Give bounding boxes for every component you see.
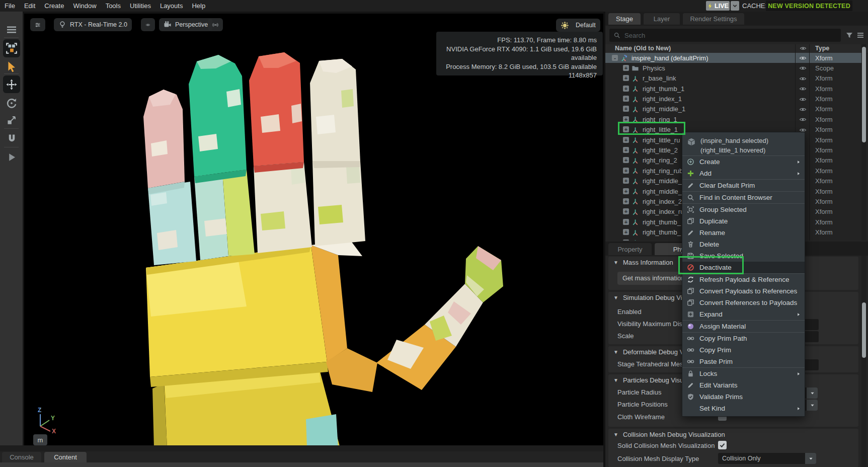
filter-icon[interactable] [845, 31, 853, 39]
expand-expander-icon[interactable]: + [623, 75, 629, 81]
renderer-selector[interactable]: RTX - Real-Time 2.0 [54, 18, 132, 31]
tab-console[interactable]: Console [2, 452, 41, 462]
stage-scrollbar-thumb[interactable] [862, 47, 866, 142]
menu-tools[interactable]: Tools [101, 2, 125, 10]
menu-item-rename[interactable]: Rename [682, 227, 805, 239]
eye-icon[interactable] [799, 64, 807, 72]
menu-item-locks[interactable]: Locks [682, 368, 805, 379]
menu-item-refresh-payload-reference[interactable]: Refresh Payload & Reference [682, 274, 805, 285]
select-prims-tool[interactable] [3, 39, 20, 57]
menu-layouts[interactable]: Layouts [155, 2, 188, 10]
tab-stage[interactable]: Stage [608, 13, 641, 25]
collapse-triangle-icon[interactable]: ▼ [613, 295, 618, 300]
menu-create[interactable]: Create [40, 2, 68, 10]
eye-icon[interactable] [799, 116, 807, 123]
move-tool[interactable] [3, 75, 20, 93]
expand-expander-icon[interactable]: + [623, 168, 629, 174]
menu-item-paste-prim[interactable]: Paste Prim [682, 356, 805, 367]
expand-expander-icon[interactable]: + [623, 219, 629, 225]
tab-layer[interactable]: Layer [644, 13, 680, 25]
stage-search-input[interactable]: Search [609, 29, 841, 42]
eye-icon[interactable] [799, 85, 807, 93]
menu-item-assign-material[interactable]: Assign Material [682, 321, 805, 332]
collision-mesh-display-type-dropdown[interactable]: Collision Only [718, 453, 816, 464]
rotate-tool[interactable] [3, 95, 20, 111]
play-button[interactable] [3, 149, 20, 165]
toolbar-menu-button[interactable] [3, 24, 20, 36]
viewport-settings-button[interactable] [30, 18, 45, 31]
expand-expander-icon[interactable]: + [623, 208, 629, 214]
tree-row-right-index-1[interactable]: + right_index_1 Xform [605, 94, 862, 104]
tab-property[interactable]: Property [608, 243, 652, 255]
tree-row-right-thumb-1[interactable]: + right_thumb_1 Xform [605, 84, 862, 94]
tree-row-physics[interactable]: + Physics Scope [605, 63, 862, 73]
expand-expander-icon[interactable]: + [623, 198, 629, 204]
version-notice-badge[interactable]: NEW VERSION DETECTED [766, 1, 852, 11]
expand-expander-icon[interactable]: + [623, 178, 629, 184]
live-sync-button[interactable]: LIVE [706, 1, 730, 11]
scale-tool[interactable] [3, 112, 20, 128]
options-list-icon[interactable] [856, 31, 864, 39]
menu-item-create[interactable]: Create [682, 156, 805, 168]
visibility-options-button[interactable] [141, 18, 155, 31]
tree-row-r-base-link[interactable]: + r_base_link Xform [605, 73, 862, 84]
solid-collision-mesh-checkbox[interactable] [718, 441, 727, 449]
menu-item-duplicate[interactable]: Duplicate [682, 215, 805, 227]
menu-item-delete[interactable]: Delete [682, 239, 805, 250]
expand-expander-icon[interactable]: + [623, 157, 629, 163]
eye-icon[interactable] [799, 106, 807, 113]
column-name-header[interactable]: Name (Old to New) [615, 45, 671, 52]
menu-item-convert-payloads-to-references[interactable]: Convert Payloads to References [682, 285, 805, 297]
property-scrollbar-track[interactable] [861, 256, 866, 467]
lighting-preset-button[interactable]: Default [556, 19, 600, 32]
menu-item-set-kind[interactable]: Set Kind [682, 403, 805, 414]
expand-expander-icon[interactable]: + [623, 229, 629, 235]
menu-utilities[interactable]: Utilities [125, 2, 155, 10]
menu-item-add[interactable]: Add [682, 168, 805, 179]
expand-expander-icon[interactable]: + [623, 96, 629, 102]
tree-row-inspire-hand[interactable]: - inspire_hand (defaultPrim) Xform [605, 53, 862, 63]
eye-icon[interactable] [799, 96, 807, 103]
units-badge[interactable]: m [33, 434, 47, 445]
expand-expander-icon[interactable]: + [623, 65, 629, 71]
eye-icon[interactable] [799, 54, 807, 62]
property-scrollbar-thumb[interactable] [862, 302, 866, 358]
search-icon [613, 32, 620, 39]
collapse-expander-icon[interactable]: - [612, 55, 618, 61]
3d-viewport[interactable]: RTX - Real-Time 2.0 Perspective Default … [24, 14, 603, 448]
collapse-triangle-icon[interactable]: ▼ [613, 349, 618, 355]
menu-window[interactable]: Window [68, 2, 101, 10]
expand-expander-icon[interactable]: + [623, 137, 629, 143]
audio-settings-button[interactable] [208, 18, 223, 31]
menu-item-copy-prim[interactable]: Copy Prim [682, 344, 805, 356]
menu-item-clear-default-prim[interactable]: Clear Default Prim [682, 180, 805, 191]
collapse-triangle-icon[interactable]: ▼ [613, 432, 618, 437]
tab-content[interactable]: Content [44, 452, 87, 462]
expand-expander-icon[interactable]: + [623, 147, 629, 153]
menu-item-edit-variants[interactable]: Edit Variants [682, 379, 805, 391]
camera-selector[interactable]: Perspective [159, 18, 212, 31]
menu-edit[interactable]: Edit [20, 2, 40, 10]
select-tool[interactable] [3, 59, 20, 75]
collapse-triangle-icon[interactable]: ▼ [613, 260, 618, 265]
tree-row-right-middle-1[interactable]: + right_middle_1 Xform [605, 104, 862, 114]
visibility-column-icon[interactable] [800, 45, 807, 52]
menu-item-copy-prim-path[interactable]: Copy Prim Path [682, 333, 805, 344]
menu-item-convert-references-to-payloads[interactable]: Convert References to Payloads [682, 297, 805, 308]
snap-tool[interactable] [3, 130, 20, 146]
eye-icon[interactable] [799, 75, 807, 83]
menu-file[interactable]: File [0, 2, 20, 10]
live-dropdown-button[interactable] [731, 1, 739, 11]
column-type-header[interactable]: Type [815, 45, 829, 52]
menu-item-group-selected[interactable]: Group Selected [682, 204, 805, 215]
collapse-triangle-icon[interactable]: ▼ [613, 377, 618, 383]
menu-item-expand[interactable]: Expand [682, 308, 805, 320]
menu-help[interactable]: Help [187, 2, 210, 10]
menu-item-validate-prims[interactable]: Validate Prims [682, 391, 805, 403]
menu-item-find-in-content-browser[interactable]: Find in Content Browser [682, 192, 805, 203]
expand-expander-icon[interactable]: + [623, 86, 629, 92]
tab-render-settings[interactable]: Render Settings [683, 13, 744, 25]
expand-expander-icon[interactable]: + [623, 240, 629, 241]
expand-expander-icon[interactable]: + [623, 188, 629, 194]
expand-expander-icon[interactable]: + [623, 106, 629, 112]
